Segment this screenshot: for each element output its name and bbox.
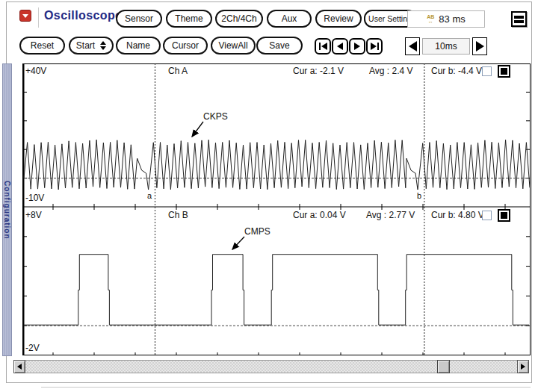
horizontal-scrollbar [13, 360, 529, 373]
dropdown-arrow-icon [22, 14, 28, 18]
filled-square-icon [501, 212, 507, 219]
timebase-decrease-button[interactable] [405, 37, 420, 55]
right-arrow-icon [476, 41, 484, 52]
start-spinner-icon [100, 41, 106, 50]
title-separator [38, 7, 39, 28]
cursor-time-value: 83 ms [439, 13, 465, 25]
chb-vmin-label: -2V [25, 343, 40, 353]
oscilloscope-window: Oscilloscope Sensor Theme 2Ch/4Ch Aux Re… [0, 0, 538, 392]
left-arrow-icon [17, 364, 22, 370]
cha-cursor-a-readout: Cur a: -2.1 V [293, 66, 344, 76]
menu-bar-icon [514, 16, 524, 19]
app-menu-icon[interactable] [19, 10, 31, 22]
sidebar-tab-configuration[interactable]: Configuration [2, 63, 12, 356]
chb-vmax-label: +8V [25, 210, 42, 220]
skip-start-button[interactable] [315, 38, 331, 55]
cha-cursor-b-readout: Cur b: -4.4 V [431, 66, 482, 76]
name-button[interactable]: Name [116, 37, 161, 55]
chb-cursor-a-readout: Cur a: 0.04 V [293, 210, 346, 220]
cursor-time-display: AB↔ 83 ms [407, 10, 485, 28]
bar-icon [377, 43, 379, 50]
step-forward-button[interactable] [349, 38, 365, 55]
cursor-a-label: a [147, 191, 152, 200]
cursor-b-label: b [417, 191, 421, 200]
start-button[interactable]: Start [69, 37, 114, 55]
cursor-button[interactable]: Cursor [163, 37, 208, 55]
filled-square-icon [501, 68, 507, 75]
sensor-button[interactable]: Sensor [116, 10, 162, 28]
scroll-left-button[interactable] [13, 360, 25, 373]
reset-button[interactable]: Reset [19, 37, 65, 55]
start-button-label: Start [76, 40, 95, 51]
chb-name-label: Ch B [168, 210, 188, 220]
chb-avg-readout: Avg : 2.77 V [366, 210, 415, 220]
scroll-right-button[interactable] [517, 360, 529, 373]
viewall-button[interactable]: ViewAll [211, 37, 256, 55]
right-arrow-icon [521, 364, 525, 370]
step-back-button[interactable] [332, 38, 348, 55]
skip-end-button[interactable] [366, 38, 383, 55]
window-shadow [41, 387, 531, 388]
aux-button[interactable]: Aux [267, 10, 312, 28]
theme-button[interactable]: Theme [166, 10, 212, 28]
timebase-display: 10ms [422, 38, 470, 55]
prev-icon [321, 43, 327, 50]
scrollbar-thumb[interactable] [437, 360, 450, 373]
cha-trace-style-button[interactable] [498, 65, 510, 78]
review-button[interactable]: Review [315, 10, 362, 28]
cursor-ab-icon: AB↔ [427, 15, 434, 24]
cha-vmin-label: -10V [25, 193, 44, 203]
chb-checkbox[interactable] [482, 211, 492, 220]
app-title: Oscilloscope [44, 9, 122, 22]
cha-avg-readout: Avg : 2.4 V [369, 66, 412, 76]
sidebar-tab-label: Configuration [3, 181, 11, 240]
cha-name-label: Ch A [168, 66, 188, 76]
save-button[interactable]: Save [256, 37, 303, 55]
hamburger-menu-button[interactable] [511, 11, 527, 27]
chb-trace-style-button[interactable] [498, 209, 510, 222]
bar-icon [319, 43, 321, 50]
prev-icon [337, 43, 343, 50]
cmps-signal-label: CMPS [244, 226, 270, 237]
cha-vmax-label: +40V [25, 66, 46, 76]
channel-mode-button[interactable]: 2Ch/4Ch [215, 10, 263, 28]
ckps-signal-label: CKPS [203, 111, 228, 122]
menu-bar-icon [514, 20, 524, 23]
left-arrow-icon [409, 41, 417, 52]
chb-cursor-b-readout: Cur b: 4.80 V [431, 210, 484, 220]
next-icon [371, 43, 377, 50]
cha-checkbox[interactable] [482, 66, 492, 76]
timebase-increase-button[interactable] [472, 37, 487, 55]
next-icon [354, 43, 360, 50]
